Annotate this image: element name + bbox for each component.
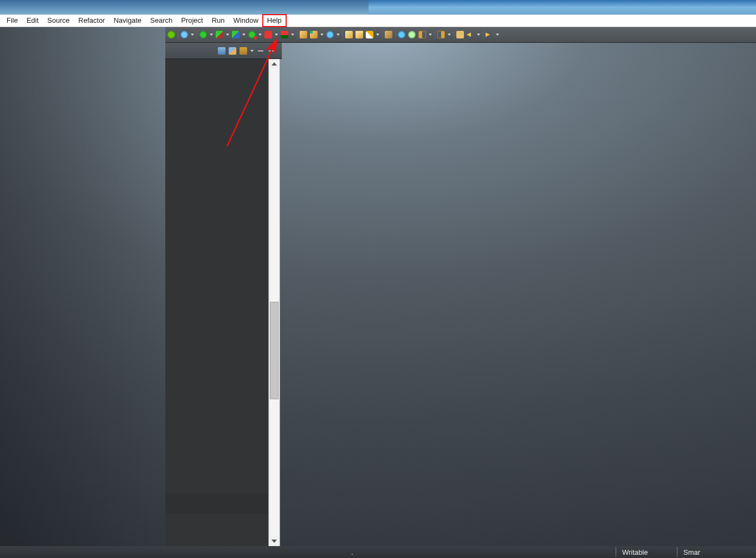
- workspace: [0, 27, 756, 546]
- status-bar: . Writable Smar: [0, 546, 756, 558]
- globe-icon: [326, 31, 334, 38]
- last-edit-icon[interactable]: [455, 30, 465, 40]
- scroll-track[interactable]: [270, 69, 279, 536]
- stop-icon: [264, 31, 272, 38]
- toolbar-separator: [482, 29, 484, 40]
- zoom-icon[interactable]: [179, 30, 189, 40]
- open-icon[interactable]: [354, 30, 364, 40]
- menu-edit[interactable]: Edit: [22, 15, 43, 27]
- toggle-mark-icon[interactable]: [436, 30, 446, 40]
- search-icon: [366, 31, 373, 38]
- debug-icon-dropdown[interactable]: [257, 30, 263, 40]
- back-icon[interactable]: [466, 30, 475, 40]
- new-server-launch-icon-dropdown[interactable]: [319, 30, 325, 40]
- status-sep-2: [677, 547, 677, 557]
- menu-window[interactable]: Window: [229, 15, 263, 27]
- search-icon[interactable]: [365, 30, 374, 40]
- run-icon: [199, 31, 207, 38]
- toggle-mark-icon-dropdown[interactable]: [447, 30, 452, 40]
- toggle-mark-icon: [437, 31, 445, 38]
- forward-icon: [486, 31, 493, 38]
- new-server-icon[interactable]: [299, 30, 308, 40]
- toolbar-separator: [341, 29, 344, 40]
- menu-help[interactable]: Help: [263, 15, 286, 27]
- folder-icon-dropdown[interactable]: [249, 46, 255, 56]
- link-editor-icon[interactable]: [228, 46, 237, 56]
- toolbar-separator: [434, 29, 436, 40]
- open-icon: [356, 31, 363, 38]
- view-form-icon: [218, 47, 225, 55]
- search-icon-dropdown[interactable]: [375, 30, 380, 40]
- zoom-icon: [180, 31, 188, 38]
- toolbar-separator: [177, 29, 179, 40]
- view-form-icon[interactable]: [217, 46, 227, 56]
- last-edit-icon: [456, 31, 464, 38]
- power-icon: [167, 31, 175, 38]
- globe-icon[interactable]: [325, 30, 335, 40]
- new-server-icon: [300, 31, 307, 38]
- folder-icon[interactable]: [238, 46, 248, 56]
- new-icon: [345, 31, 353, 38]
- restore-icon[interactable]: [267, 46, 276, 56]
- title-bar-fragment: [0, 0, 369, 15]
- scroll-up-button[interactable]: [269, 59, 280, 69]
- menu-source[interactable]: Source: [43, 15, 74, 27]
- status-sep-1: [616, 547, 616, 557]
- stop-icon-dropdown[interactable]: [274, 30, 279, 40]
- run-profile-icon[interactable]: [231, 30, 241, 40]
- explorer-panel-bottom: [165, 494, 268, 514]
- run-external-icon: [216, 31, 223, 38]
- debug-icon[interactable]: [247, 30, 257, 40]
- stop-server-icon: [281, 31, 288, 38]
- toggle-breadcrumb-icon: [418, 31, 426, 38]
- forward-icon-dropdown[interactable]: [495, 30, 500, 40]
- toolbar-separator: [296, 29, 298, 40]
- run-icon-dropdown[interactable]: [209, 30, 214, 40]
- run-external-icon-dropdown[interactable]: [225, 30, 230, 40]
- stop-server-icon[interactable]: [280, 30, 289, 40]
- menu-navigate[interactable]: Navigate: [109, 15, 146, 27]
- run-external-icon[interactable]: [215, 30, 224, 40]
- link-editor-icon: [229, 47, 236, 55]
- run-profile-icon: [232, 31, 240, 38]
- status-center: .: [347, 546, 358, 558]
- minimize-icon[interactable]: [256, 46, 266, 56]
- run-profile-icon-dropdown[interactable]: [241, 30, 247, 40]
- menu-run[interactable]: Run: [208, 15, 229, 27]
- status-writable: Writable: [618, 546, 652, 558]
- menu-file[interactable]: File: [2, 15, 22, 27]
- menu-project[interactable]: Project: [177, 15, 207, 27]
- stop-server-icon-dropdown[interactable]: [290, 30, 295, 40]
- new-icon[interactable]: [344, 30, 354, 40]
- run-icon[interactable]: [198, 30, 208, 40]
- toolbar-separator: [196, 29, 198, 40]
- scroll-thumb[interactable]: [270, 302, 279, 399]
- explorer-panel: [165, 59, 268, 546]
- menu-bar: FileEditSourceRefactorNavigateSearchProj…: [0, 15, 756, 27]
- view-toolbar: [165, 43, 282, 59]
- toggle-breadcrumb-icon[interactable]: [417, 30, 427, 40]
- scroll-down-button[interactable]: [269, 536, 280, 546]
- green-globe-icon[interactable]: [407, 30, 417, 40]
- debug-icon: [248, 31, 256, 38]
- package-icon: [385, 31, 392, 38]
- zoom-icon-dropdown[interactable]: [190, 30, 195, 40]
- browser-icon[interactable]: [397, 30, 406, 40]
- toggle-breadcrumb-icon-dropdown[interactable]: [428, 30, 433, 40]
- title-bar: [0, 0, 756, 15]
- new-server-launch-icon[interactable]: [309, 30, 319, 40]
- globe-icon-dropdown[interactable]: [335, 30, 341, 40]
- annotation-arrow: [0, 27, 756, 547]
- power-icon[interactable]: [166, 30, 176, 40]
- green-globe-icon: [408, 31, 416, 38]
- new-server-launch-icon: [310, 31, 318, 38]
- status-insert-mode: Smar: [679, 546, 705, 558]
- menu-search[interactable]: Search: [146, 15, 177, 27]
- stop-icon[interactable]: [263, 30, 273, 40]
- forward-icon[interactable]: [484, 30, 494, 40]
- vertical-scrollbar[interactable]: [268, 59, 280, 546]
- folder-icon: [240, 47, 247, 55]
- package-icon[interactable]: [384, 30, 393, 40]
- menu-refactor[interactable]: Refactor: [74, 15, 109, 27]
- back-icon-dropdown[interactable]: [476, 30, 481, 40]
